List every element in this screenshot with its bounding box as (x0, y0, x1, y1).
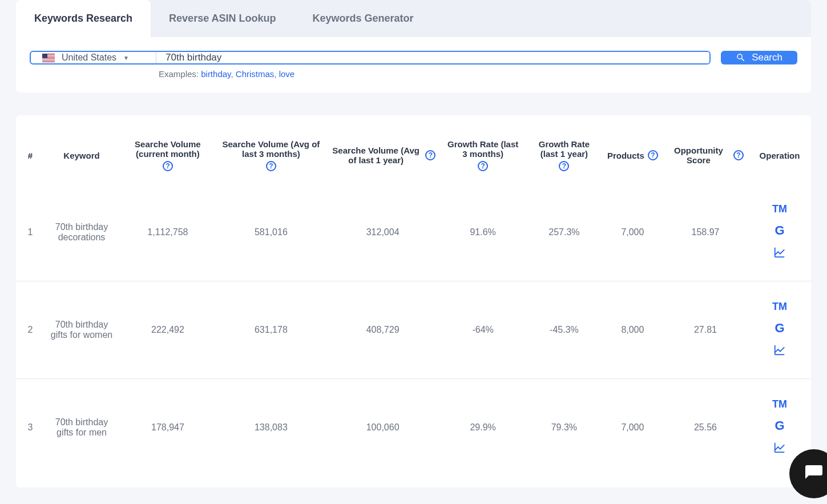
cell-vol-3mo: 631,178 (217, 281, 325, 379)
cell-opp-score: 27.81 (663, 281, 748, 379)
us-flag-icon (42, 54, 55, 62)
col-operation: Operation (748, 127, 811, 184)
country-select[interactable]: United States ▼ (31, 52, 156, 63)
cell-opp-score: 25.56 (663, 379, 748, 477)
example-link[interactable]: love (279, 69, 295, 79)
google-button[interactable]: G (774, 321, 784, 336)
col-growth-1yr: Growth Rate (last 1 year)? (526, 127, 603, 184)
col-number: # (16, 127, 45, 184)
tab-keywords-generator[interactable]: Keywords Generator (294, 0, 431, 37)
table-row: 370th birthday gifts for men178,947138,0… (16, 379, 811, 477)
cell-opp-score: 158.97 (663, 184, 748, 281)
cell-number: 1 (16, 184, 45, 281)
google-button[interactable]: G (774, 418, 784, 433)
trademark-button[interactable]: TM (772, 398, 787, 410)
help-icon[interactable]: ? (733, 150, 744, 160)
examples-row: Examples: birthday, Christmas, love (16, 69, 811, 92)
trend-button[interactable] (773, 441, 786, 457)
cell-number: 2 (16, 281, 45, 379)
google-button[interactable]: G (774, 223, 784, 238)
help-icon[interactable]: ? (559, 161, 569, 171)
tab-keywords-research[interactable]: Keywords Research (16, 0, 151, 37)
keyword-input[interactable] (156, 52, 709, 63)
cell-growth-3mo: 29.9% (440, 379, 526, 477)
cell-vol-current: 1,112,758 (119, 184, 217, 281)
cell-keyword: 70th birthday decorations (45, 184, 119, 281)
trademark-button[interactable]: TM (772, 301, 787, 313)
help-icon[interactable]: ? (163, 161, 173, 171)
table-row: 270th birthday gifts for women222,492631… (16, 281, 811, 379)
search-button[interactable]: Search (721, 51, 797, 64)
chat-icon (804, 463, 824, 484)
cell-vol-3mo: 581,016 (217, 184, 325, 281)
search-button-label: Search (752, 52, 782, 63)
search-input-group: United States ▼ (30, 51, 711, 64)
help-icon[interactable]: ? (425, 150, 435, 160)
cell-growth-3mo: 91.6% (440, 184, 526, 281)
cell-vol-1yr: 408,729 (325, 281, 440, 379)
trend-button[interactable] (773, 246, 786, 261)
cell-vol-current: 222,492 (119, 281, 217, 379)
tabs: Keywords Research Reverse ASIN Lookup Ke… (16, 0, 811, 37)
cell-keyword: 70th birthday gifts for women (45, 281, 119, 379)
col-growth-3mo: Growth Rate (last 3 months)? (440, 127, 526, 184)
cell-products: 7,000 (603, 184, 663, 281)
search-icon (736, 53, 746, 63)
col-vol-3mo: Searche Volume (Avg of last 3 months)? (217, 127, 325, 184)
cell-vol-3mo: 138,083 (217, 379, 325, 477)
tab-reverse-asin[interactable]: Reverse ASIN Lookup (151, 0, 294, 37)
cell-products: 8,000 (603, 281, 663, 379)
cell-growth-1yr: 257.3% (526, 184, 603, 281)
col-vol-1yr: Searche Volume (Avg of last 1 year)? (325, 127, 440, 184)
cell-vol-1yr: 312,004 (325, 184, 440, 281)
col-products: Products? (603, 127, 663, 184)
search-panel: Keywords Research Reverse ASIN Lookup Ke… (16, 0, 811, 92)
trademark-button[interactable]: TM (772, 203, 787, 215)
cell-vol-1yr: 100,060 (325, 379, 440, 477)
help-icon[interactable]: ? (648, 150, 658, 160)
table-row: 170th birthday decorations1,112,758581,0… (16, 184, 811, 281)
col-vol-current: Searche Volume (current month)? (119, 127, 217, 184)
examples-label: Examples: (159, 69, 199, 79)
cell-keyword: 70th birthday gifts for men (45, 379, 119, 477)
cell-number: 3 (16, 379, 45, 477)
cell-growth-1yr: 79.3% (526, 379, 603, 477)
cell-growth-3mo: -64% (440, 281, 526, 379)
cell-products: 7,000 (603, 379, 663, 477)
results-table-card: # Keyword Searche Volume (current month)… (16, 115, 811, 487)
example-link[interactable]: birthday (201, 69, 231, 79)
col-keyword: Keyword (45, 127, 119, 184)
col-opp-score: Opportunity Score? (663, 127, 748, 184)
cell-vol-current: 178,947 (119, 379, 217, 477)
cell-growth-1yr: -45.3% (526, 281, 603, 379)
chevron-down-icon: ▼ (123, 55, 129, 61)
results-table: # Keyword Searche Volume (current month)… (16, 127, 811, 476)
example-link[interactable]: Christmas (236, 69, 275, 79)
cell-operation: TMG (748, 281, 811, 379)
help-icon[interactable]: ? (266, 161, 276, 171)
country-name: United States (62, 53, 116, 63)
cell-operation: TMG (748, 184, 811, 281)
trend-button[interactable] (773, 344, 786, 359)
help-icon[interactable]: ? (478, 161, 488, 171)
